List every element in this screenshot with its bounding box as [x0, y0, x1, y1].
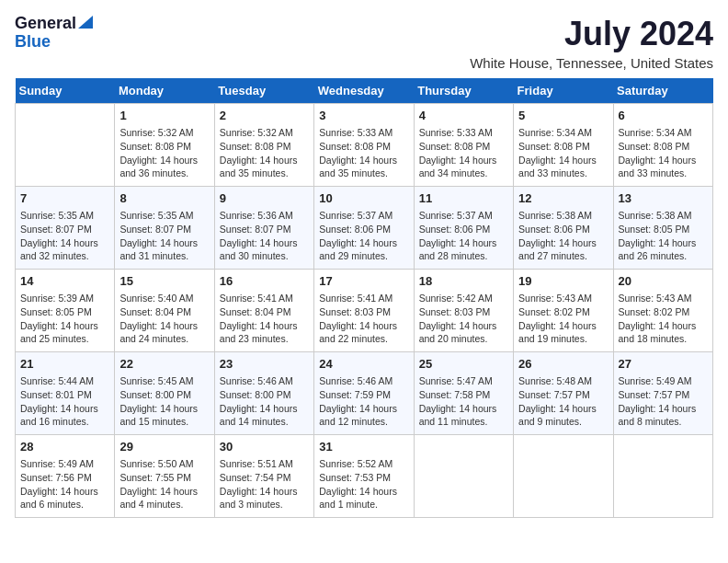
- calendar-day-7: 7Sunrise: 5:35 AM Sunset: 8:07 PM Daylig…: [16, 187, 115, 270]
- calendar-day-31: 31Sunrise: 5:52 AM Sunset: 7:53 PM Dayli…: [314, 435, 414, 518]
- day-content: Sunrise: 5:32 AM Sunset: 8:08 PM Dayligh…: [119, 126, 209, 180]
- calendar-day-24: 24Sunrise: 5:46 AM Sunset: 7:59 PM Dayli…: [314, 352, 414, 435]
- day-content: Sunrise: 5:34 AM Sunset: 8:08 PM Dayligh…: [518, 126, 608, 180]
- day-content: Sunrise: 5:35 AM Sunset: 8:07 PM Dayligh…: [20, 209, 109, 263]
- calendar-day-10: 10Sunrise: 5:37 AM Sunset: 8:06 PM Dayli…: [314, 187, 414, 270]
- day-content: Sunrise: 5:45 AM Sunset: 8:00 PM Dayligh…: [119, 374, 209, 429]
- day-number: 27: [619, 356, 708, 373]
- calendar-day-5: 5Sunrise: 5:34 AM Sunset: 8:08 PM Daylig…: [514, 104, 613, 187]
- day-number: 11: [419, 190, 508, 207]
- day-header-sunday: Sunday: [16, 78, 115, 104]
- calendar-day-4: 4Sunrise: 5:33 AM Sunset: 8:08 PM Daylig…: [414, 104, 513, 187]
- calendar-day-1: 1Sunrise: 5:32 AM Sunset: 8:08 PM Daylig…: [115, 104, 214, 187]
- day-content: Sunrise: 5:41 AM Sunset: 8:03 PM Dayligh…: [319, 292, 408, 346]
- logo: General Blue: [15, 15, 93, 52]
- calendar-table: SundayMondayTuesdayWednesdayThursdayFrid…: [15, 78, 713, 518]
- day-number: 17: [319, 273, 408, 290]
- day-number: 5: [518, 108, 608, 124]
- calendar-empty-cell: [16, 104, 115, 187]
- day-number: 13: [619, 190, 708, 207]
- page-header: General Blue July 2024 White House, Tenn…: [15, 15, 713, 71]
- calendar-day-29: 29Sunrise: 5:50 AM Sunset: 7:55 PM Dayli…: [115, 435, 214, 518]
- svg-marker-0: [78, 16, 93, 29]
- day-content: Sunrise: 5:36 AM Sunset: 8:07 PM Dayligh…: [220, 209, 309, 263]
- day-content: Sunrise: 5:50 AM Sunset: 7:55 PM Dayligh…: [119, 457, 209, 511]
- day-content: Sunrise: 5:39 AM Sunset: 8:05 PM Dayligh…: [20, 292, 109, 346]
- day-number: 23: [220, 356, 309, 373]
- day-content: Sunrise: 5:33 AM Sunset: 8:08 PM Dayligh…: [319, 126, 408, 180]
- calendar-week-row: 21Sunrise: 5:44 AM Sunset: 8:01 PM Dayli…: [16, 352, 713, 435]
- calendar-day-25: 25Sunrise: 5:47 AM Sunset: 7:58 PM Dayli…: [414, 352, 513, 435]
- calendar-day-22: 22Sunrise: 5:45 AM Sunset: 8:00 PM Dayli…: [115, 352, 214, 435]
- day-number: 29: [119, 439, 209, 455]
- day-content: Sunrise: 5:38 AM Sunset: 8:06 PM Dayligh…: [518, 209, 608, 263]
- day-content: Sunrise: 5:43 AM Sunset: 8:02 PM Dayligh…: [619, 292, 708, 346]
- day-content: Sunrise: 5:46 AM Sunset: 7:59 PM Dayligh…: [319, 374, 408, 429]
- day-content: Sunrise: 5:32 AM Sunset: 8:08 PM Dayligh…: [220, 126, 309, 180]
- day-number: 31: [319, 439, 408, 455]
- calendar-day-16: 16Sunrise: 5:41 AM Sunset: 8:04 PM Dayli…: [214, 270, 313, 352]
- day-number: 12: [518, 190, 608, 207]
- day-number: 30: [220, 439, 309, 455]
- calendar-day-26: 26Sunrise: 5:48 AM Sunset: 7:57 PM Dayli…: [514, 352, 613, 435]
- day-number: 8: [119, 190, 209, 207]
- day-content: Sunrise: 5:48 AM Sunset: 7:57 PM Dayligh…: [518, 374, 608, 429]
- day-number: 21: [20, 356, 109, 373]
- logo-blue: Blue: [15, 33, 51, 52]
- calendar-day-6: 6Sunrise: 5:34 AM Sunset: 8:08 PM Daylig…: [613, 104, 712, 187]
- calendar-day-3: 3Sunrise: 5:33 AM Sunset: 8:08 PM Daylig…: [314, 104, 414, 187]
- calendar-day-9: 9Sunrise: 5:36 AM Sunset: 8:07 PM Daylig…: [214, 187, 313, 270]
- day-number: 3: [319, 108, 408, 124]
- day-content: Sunrise: 5:42 AM Sunset: 8:03 PM Dayligh…: [419, 292, 508, 346]
- day-content: Sunrise: 5:34 AM Sunset: 8:08 PM Dayligh…: [619, 126, 708, 180]
- day-content: Sunrise: 5:37 AM Sunset: 8:06 PM Dayligh…: [419, 209, 508, 263]
- calendar-empty-cell: [613, 435, 712, 518]
- day-content: Sunrise: 5:35 AM Sunset: 8:07 PM Dayligh…: [119, 209, 209, 263]
- day-number: 18: [419, 273, 508, 290]
- calendar-day-28: 28Sunrise: 5:49 AM Sunset: 7:56 PM Dayli…: [16, 435, 115, 518]
- day-content: Sunrise: 5:38 AM Sunset: 8:05 PM Dayligh…: [619, 209, 708, 263]
- day-header-monday: Monday: [115, 78, 214, 104]
- calendar-day-27: 27Sunrise: 5:49 AM Sunset: 7:57 PM Dayli…: [613, 352, 712, 435]
- day-number: 10: [319, 190, 408, 207]
- calendar-empty-cell: [414, 435, 513, 518]
- day-header-saturday: Saturday: [613, 78, 712, 104]
- calendar-header-row: SundayMondayTuesdayWednesdayThursdayFrid…: [16, 78, 713, 104]
- calendar-day-11: 11Sunrise: 5:37 AM Sunset: 8:06 PM Dayli…: [414, 187, 513, 270]
- day-number: 9: [220, 190, 309, 207]
- day-number: 7: [20, 190, 109, 207]
- day-content: Sunrise: 5:52 AM Sunset: 7:53 PM Dayligh…: [319, 457, 408, 511]
- calendar-week-row: 7Sunrise: 5:35 AM Sunset: 8:07 PM Daylig…: [16, 187, 713, 270]
- day-number: 24: [319, 356, 408, 373]
- logo-icon: [78, 16, 93, 29]
- calendar-day-8: 8Sunrise: 5:35 AM Sunset: 8:07 PM Daylig…: [115, 187, 214, 270]
- day-content: Sunrise: 5:44 AM Sunset: 8:01 PM Dayligh…: [20, 374, 109, 429]
- day-number: 14: [20, 273, 109, 290]
- calendar-day-2: 2Sunrise: 5:32 AM Sunset: 8:08 PM Daylig…: [214, 104, 313, 187]
- calendar-day-17: 17Sunrise: 5:41 AM Sunset: 8:03 PM Dayli…: [314, 270, 414, 352]
- day-content: Sunrise: 5:33 AM Sunset: 8:08 PM Dayligh…: [419, 126, 508, 180]
- calendar-day-30: 30Sunrise: 5:51 AM Sunset: 7:54 PM Dayli…: [214, 435, 313, 518]
- logo-general: General: [15, 15, 76, 33]
- calendar-day-23: 23Sunrise: 5:46 AM Sunset: 8:00 PM Dayli…: [214, 352, 313, 435]
- calendar-day-20: 20Sunrise: 5:43 AM Sunset: 8:02 PM Dayli…: [613, 270, 712, 352]
- day-number: 4: [419, 108, 508, 124]
- day-number: 1: [119, 108, 209, 124]
- day-number: 15: [119, 273, 209, 290]
- day-number: 22: [119, 356, 209, 373]
- calendar-day-19: 19Sunrise: 5:43 AM Sunset: 8:02 PM Dayli…: [514, 270, 613, 352]
- day-number: 20: [619, 273, 708, 290]
- day-content: Sunrise: 5:51 AM Sunset: 7:54 PM Dayligh…: [220, 457, 309, 511]
- day-content: Sunrise: 5:47 AM Sunset: 7:58 PM Dayligh…: [419, 374, 508, 429]
- calendar-week-row: 28Sunrise: 5:49 AM Sunset: 7:56 PM Dayli…: [16, 435, 713, 518]
- day-number: 6: [619, 108, 708, 124]
- month-title: July 2024: [470, 15, 713, 53]
- day-header-thursday: Thursday: [414, 78, 513, 104]
- day-content: Sunrise: 5:41 AM Sunset: 8:04 PM Dayligh…: [220, 292, 309, 346]
- calendar-empty-cell: [514, 435, 613, 518]
- day-content: Sunrise: 5:49 AM Sunset: 7:57 PM Dayligh…: [619, 374, 708, 429]
- day-number: 16: [220, 273, 309, 290]
- calendar-day-13: 13Sunrise: 5:38 AM Sunset: 8:05 PM Dayli…: [613, 187, 712, 270]
- day-header-wednesday: Wednesday: [314, 78, 414, 104]
- day-content: Sunrise: 5:46 AM Sunset: 8:00 PM Dayligh…: [220, 374, 309, 429]
